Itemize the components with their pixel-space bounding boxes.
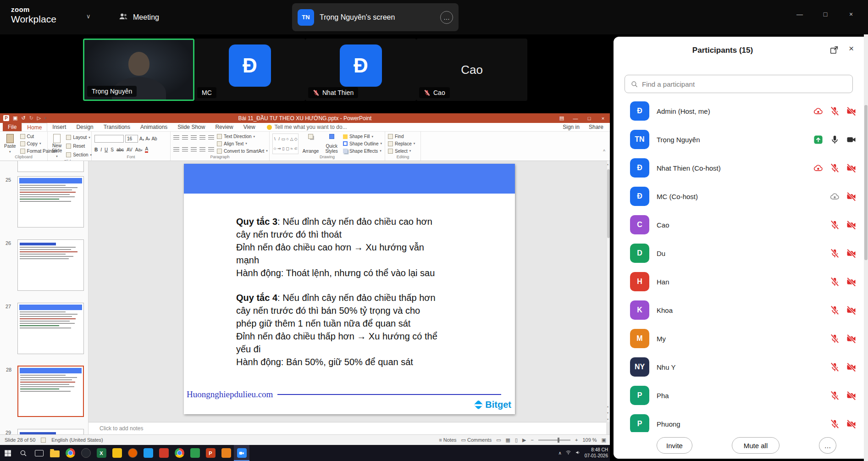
- powerpoint-titlebar[interactable]: P ▣ ↺ ↻ ▷ ▾ Bài 11_ĐẦU TƯ THEO XU HƯỚNG.…: [0, 113, 610, 123]
- line-spacing-button[interactable]: [208, 135, 214, 140]
- notes-toggle[interactable]: ≡ Notes: [439, 437, 456, 443]
- ribbon-tab-transitions[interactable]: Transitions: [99, 123, 135, 131]
- window-close-button[interactable]: ×: [838, 0, 864, 28]
- clear-formatting-button[interactable]: Ab: [151, 136, 157, 141]
- shape-glyph[interactable]: ◻: [286, 146, 289, 151]
- window-scrollbar[interactable]: [864, 34, 868, 461]
- reading-view-button[interactable]: ▯: [515, 437, 518, 443]
- decrease-indent-button[interactable]: [191, 135, 197, 140]
- undo-button[interactable]: ↺: [21, 115, 25, 121]
- change-case-button[interactable]: Aa▾: [135, 147, 143, 152]
- taskbar-icon-app-green[interactable]: [187, 445, 203, 461]
- video-tile-cao[interactable]: Cao Cao: [416, 39, 527, 101]
- taskbar-icon-file-explorer[interactable]: [47, 445, 62, 461]
- fit-slide-button[interactable]: ▣: [602, 437, 606, 443]
- ribbon-tab-design[interactable]: Design: [71, 123, 98, 131]
- grow-font-button[interactable]: A▴: [139, 136, 144, 141]
- shape-effects-button[interactable]: Shape Effects ▾: [343, 149, 382, 154]
- tab-more-options-button[interactable]: …: [440, 11, 453, 24]
- font-size-combo[interactable]: 16: [125, 135, 138, 143]
- bullets-button[interactable]: [173, 135, 179, 140]
- scrollbar-thumb[interactable]: [607, 169, 610, 238]
- slide-sorter-view-button[interactable]: ▦: [506, 437, 510, 443]
- wifi-icon[interactable]: [565, 449, 571, 457]
- slide-thumbnail-29[interactable]: 29: [17, 429, 84, 434]
- spell-check-icon[interactable]: [41, 438, 46, 443]
- taskbar-icon-app-yellow[interactable]: [109, 445, 125, 461]
- invite-button[interactable]: Invite: [657, 437, 692, 454]
- shape-glyph[interactable]: ◇: [294, 137, 298, 141]
- window-maximize-button[interactable]: □: [813, 0, 838, 28]
- shape-glyph[interactable]: △: [290, 137, 293, 141]
- strikethrough-button[interactable]: abc: [116, 147, 124, 152]
- shape-glyph[interactable]: ⊂: [294, 146, 298, 151]
- text-direction-button[interactable]: Text Direction ▾: [217, 134, 268, 139]
- ribbon-tab-slide-show[interactable]: Slide Show: [172, 123, 210, 131]
- taskbar-icon-excel[interactable]: X: [94, 445, 109, 461]
- ppt-restore-button[interactable]: □: [582, 113, 596, 123]
- shape-glyph[interactable]: ≈: [291, 146, 293, 151]
- layout-button[interactable]: Layout ▾: [66, 135, 92, 140]
- taskbar-icon-powerpoint[interactable]: P: [203, 445, 218, 461]
- zoom-slider-knob[interactable]: [558, 438, 559, 443]
- shape-gallery[interactable]: \/▭○△◇☆⇒▯◻≈⊂: [272, 133, 299, 154]
- ribbon-tab-review[interactable]: Review: [210, 123, 238, 131]
- align-text-button[interactable]: Align Text ▾: [217, 141, 268, 146]
- taskbar-icon-firefox[interactable]: [125, 445, 140, 461]
- slide-thumbnail-pane[interactable]: 2526272829: [0, 161, 88, 434]
- taskbar-icon-obs[interactable]: [78, 445, 94, 461]
- collapse-ribbon-button[interactable]: ^: [603, 149, 605, 154]
- taskbar-icon-task-view[interactable]: [31, 445, 47, 461]
- text-shadow-button[interactable]: S: [111, 147, 114, 152]
- taskbar-icon-app-orange[interactable]: [218, 445, 234, 461]
- mute-all-button[interactable]: Mute all: [732, 437, 780, 454]
- shape-outline-button[interactable]: Shape Outline ▾: [343, 141, 382, 146]
- participant-row[interactable]: MMy: [614, 324, 864, 353]
- align-right-button[interactable]: [191, 147, 197, 152]
- ribbon-display-options-button[interactable]: ▤: [555, 113, 569, 123]
- participant-row[interactable]: PPhuong: [614, 410, 864, 432]
- zoom-out-button[interactable]: −: [531, 437, 534, 443]
- previous-slide-button[interactable]: ▴: [607, 405, 608, 408]
- slide-thumbnail-25[interactable]: 25: [17, 176, 84, 228]
- taskbar-clock[interactable]: 8:48 CH 07-01-2026: [585, 447, 608, 459]
- bold-button[interactable]: B: [94, 147, 98, 152]
- align-center-button[interactable]: [182, 147, 188, 152]
- select-button[interactable]: Select ▾: [388, 149, 415, 154]
- participant-search-box[interactable]: [625, 75, 853, 93]
- participant-row[interactable]: DDu: [614, 239, 864, 267]
- sign-in-link[interactable]: Sign in: [563, 124, 580, 130]
- ppt-close-button[interactable]: ×: [596, 113, 610, 123]
- normal-view-button[interactable]: ▭: [496, 437, 501, 443]
- slide-scrollbar[interactable]: ▴ ▴ ▾ ▾: [606, 161, 610, 422]
- popout-panel-button[interactable]: [829, 45, 839, 55]
- quick-styles-button[interactable]: Quick Styles: [323, 133, 340, 155]
- participant-row[interactable]: CCao: [614, 211, 864, 239]
- tab-shared-screen[interactable]: TN Trọng Nguyên's screen …: [292, 3, 459, 31]
- taskbar-icon-app-red[interactable]: [156, 445, 171, 461]
- start-slideshow-button[interactable]: ▷: [37, 115, 41, 121]
- arrange-button[interactable]: Arrange: [301, 133, 321, 155]
- tray-expand-icon[interactable]: ∧: [558, 450, 562, 455]
- language-indicator[interactable]: English (United States): [51, 437, 103, 443]
- justify-button[interactable]: [199, 147, 205, 152]
- increase-indent-button[interactable]: [199, 135, 205, 140]
- workspace-chevron-icon[interactable]: ∨: [86, 13, 91, 20]
- section-button[interactable]: Section ▾: [66, 152, 92, 157]
- shape-glyph[interactable]: /: [278, 137, 280, 141]
- find-button[interactable]: Find: [388, 134, 415, 139]
- replace-button[interactable]: Replace ▾: [388, 141, 415, 146]
- slide-counter[interactable]: Slide 28 of 50: [5, 437, 35, 443]
- reset-button[interactable]: Reset: [66, 144, 92, 149]
- new-slide-button[interactable]: New Slide ▾: [50, 133, 63, 159]
- participant-row[interactable]: ĐMC (Co-host): [614, 182, 864, 211]
- participant-row[interactable]: KKhoa: [614, 296, 864, 324]
- shape-glyph[interactable]: ▯: [282, 146, 284, 151]
- share-button[interactable]: Share: [589, 124, 603, 130]
- taskbar-icon-start[interactable]: [0, 445, 16, 461]
- redo-button[interactable]: ↻: [29, 115, 33, 121]
- video-tile-mc[interactable]: Đ MC: [194, 39, 305, 101]
- paste-button[interactable]: Paste ▾: [3, 133, 17, 155]
- ribbon-tab-file[interactable]: File: [3, 123, 22, 131]
- video-tile-nhat-thien[interactable]: Đ Nhat Thien: [305, 39, 416, 101]
